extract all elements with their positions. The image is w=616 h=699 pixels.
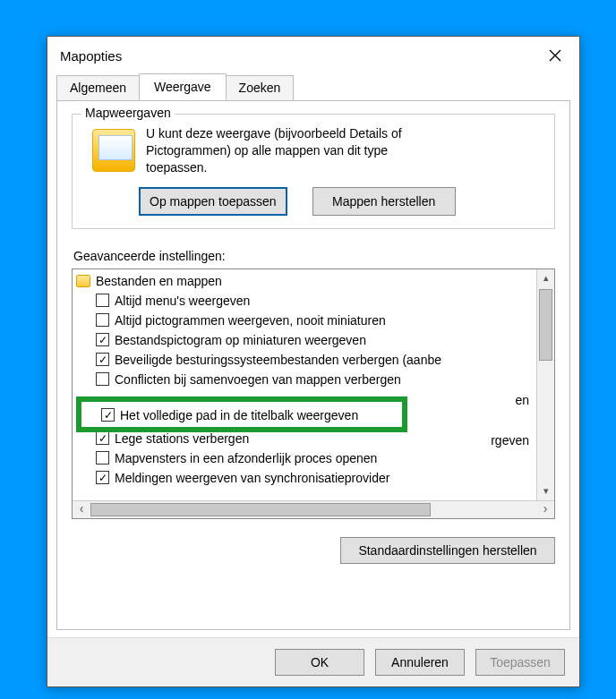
- advanced-settings-label: Geavanceerde instellingen:: [73, 249, 555, 263]
- scroll-thumb[interactable]: [90, 503, 431, 516]
- dialog-button-bar: OK Annuleren Toepassen: [47, 637, 579, 686]
- scroll-up-icon[interactable]: ▴: [537, 269, 554, 287]
- tab-general[interactable]: Algemeen: [56, 75, 140, 101]
- checkbox[interactable]: [96, 333, 109, 346]
- folder-views-group: Mapweergaven U kunt deze weergave (bijvo…: [72, 114, 555, 229]
- reset-folders-button[interactable]: Mappen herstellen: [312, 187, 456, 216]
- window-title: Mapopties: [60, 48, 535, 64]
- checkbox[interactable]: [101, 408, 115, 422]
- apply-to-folders-button[interactable]: Op mappen toepassen: [139, 187, 287, 216]
- apply-button[interactable]: Toepassen: [475, 649, 565, 676]
- checkbox[interactable]: [96, 471, 109, 484]
- folder-icon: [92, 129, 135, 172]
- checkbox[interactable]: [96, 451, 109, 465]
- tree-item[interactable]: Conflicten bij samenvoegen van mappen ve…: [76, 370, 554, 389]
- text-line: U kunt deze weergave (bijvoorbeeld Detai…: [146, 126, 402, 141]
- tree-item-label: Beveiligde besturingssysteembestanden ve…: [115, 350, 441, 370]
- checkbox[interactable]: [96, 353, 109, 366]
- tree-content: Bestanden en mappen Altijd menu's weerge…: [73, 269, 554, 500]
- tree-item[interactable]: Bestandspictogram op miniaturen weergeve…: [76, 330, 554, 350]
- scroll-track[interactable]: [90, 501, 536, 518]
- text-line: toepassen.: [146, 160, 208, 175]
- checkbox[interactable]: [96, 294, 109, 307]
- tree-item[interactable]: Meldingen weergeven van synchronisatiepr…: [76, 468, 554, 488]
- partial-text: rgeven: [491, 430, 529, 450]
- folder-options-dialog: Mapopties Algemeen Weergave Zoeken Mapwe…: [47, 36, 580, 687]
- checkbox[interactable]: [96, 313, 109, 327]
- tree-item[interactable]: Beveiligde besturingssysteembestanden ve…: [76, 350, 554, 370]
- tree-item-label: Meldingen weergeven van synchronisatiepr…: [115, 468, 389, 488]
- ok-button[interactable]: OK: [275, 649, 364, 676]
- scroll-thumb[interactable]: [539, 289, 552, 361]
- tab-view[interactable]: Weergave: [139, 73, 227, 99]
- tree-item-label: Lege stations verbergen: [115, 429, 249, 448]
- scroll-left-icon[interactable]: ‹: [73, 501, 90, 516]
- tree-item-label: Mapvensters in een afzonderlijk proces o…: [115, 448, 377, 468]
- text-line: Pictogrammen) op alle mappen van dit typ…: [146, 143, 388, 158]
- group-legend: Mapweergaven: [81, 106, 175, 120]
- tab-bar: Algemeen Weergave Zoeken: [47, 75, 579, 101]
- tree-item[interactable]: Het volledige pad in de titelbalk weerge…: [81, 405, 358, 425]
- checkbox[interactable]: [96, 372, 109, 386]
- vertical-scrollbar[interactable]: ▴ ▾: [536, 269, 554, 500]
- tab-search[interactable]: Zoeken: [226, 75, 295, 101]
- tree-item-label: Bestandspictogram op miniaturen weergeve…: [115, 330, 366, 350]
- partial-text: en: [515, 390, 529, 410]
- tree-item[interactable]: Lege stations verbergen: [76, 429, 554, 448]
- tree-root: Bestanden en mappen: [76, 271, 554, 291]
- scroll-down-icon[interactable]: ▾: [537, 482, 554, 500]
- folder-views-text: U kunt deze weergave (bijvoorbeeld Detai…: [146, 125, 402, 176]
- tree-item[interactable]: Altijd pictogrammen weergeven, nooit min…: [76, 311, 554, 330]
- horizontal-scrollbar[interactable]: ‹ ›: [73, 500, 554, 518]
- scroll-right-icon[interactable]: ›: [536, 501, 554, 516]
- tree-root-label: Bestanden en mappen: [96, 271, 222, 291]
- advanced-settings-tree[interactable]: Bestanden en mappen Altijd menu's weerge…: [72, 269, 555, 519]
- folder-icon: [76, 275, 90, 287]
- tree-item-label: Het volledige pad in de titelbalk weerge…: [120, 405, 358, 425]
- cancel-button[interactable]: Annuleren: [375, 649, 465, 676]
- close-icon: [549, 49, 561, 62]
- tab-body: Mapweergaven U kunt deze weergave (bijvo…: [56, 100, 570, 630]
- tree-item[interactable]: Altijd menu's weergeven: [76, 291, 554, 311]
- tree-item-label: Conflicten bij samenvoegen van mappen ve…: [115, 370, 401, 389]
- tree-item[interactable]: Mapvensters in een afzonderlijk proces o…: [76, 448, 554, 468]
- tree-item-label: Altijd menu's weergeven: [115, 291, 250, 311]
- titlebar: Mapopties: [47, 37, 579, 74]
- close-button[interactable]: [535, 39, 576, 72]
- tree-item-label: Altijd pictogrammen weergeven, nooit min…: [115, 311, 386, 330]
- restore-defaults-button[interactable]: Standaardinstellingen herstellen: [340, 537, 555, 564]
- checkbox[interactable]: [96, 431, 109, 445]
